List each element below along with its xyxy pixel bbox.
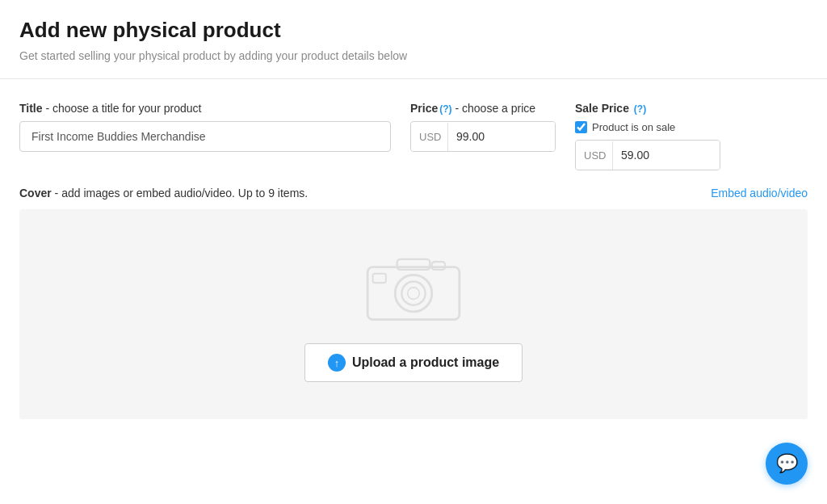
title-label-suffix: - choose a title for your product [43,102,202,115]
price-input[interactable] [448,122,555,151]
sale-price-help-icon[interactable]: (?) [634,103,646,115]
price-currency: USD [411,123,448,151]
camera-icon [361,246,466,327]
svg-point-4 [408,288,420,300]
sale-price-label-bold: Sale Price [575,102,629,115]
title-label: Title - choose a title for your product [19,102,391,115]
price-field-group: Price(?) - choose a price USD [410,102,556,152]
price-label: Price(?) - choose a price [410,102,556,115]
sale-price-field-group: Sale Price (?) Product is on sale USD [575,102,720,170]
page-title: Add new physical product [19,18,808,43]
svg-rect-6 [432,262,445,270]
form-section: Title - choose a title for your product … [0,79,827,187]
price-label-bold: Price [410,102,438,115]
sale-price-currency: USD [576,141,613,170]
chat-button[interactable]: 💬 [766,443,808,485]
title-input[interactable] [19,121,391,152]
sale-price-input-wrapper: USD [575,140,720,170]
sale-price-checkbox-row: Product is on sale [575,121,720,133]
price-label-suffix: - choose a price [452,102,536,115]
price-input-wrapper: USD [410,121,556,152]
upload-product-image-button[interactable]: ↑ Upload a product image [304,343,523,382]
upload-icon: ↑ [328,354,346,372]
cover-label: Cover - add images or embed audio/video.… [19,187,308,200]
chat-icon: 💬 [776,453,798,474]
svg-rect-5 [373,274,386,283]
sale-price-checkbox-label: Product is on sale [592,121,675,133]
svg-point-2 [395,275,432,312]
cover-label-row: Cover - add images or embed audio/video.… [19,187,808,200]
cover-section: Cover - add images or embed audio/video.… [0,187,827,419]
page-subtitle: Get started selling your physical produc… [19,49,808,62]
cover-upload-area[interactable]: ↑ Upload a product image [19,209,808,419]
embed-audio-video-link[interactable]: Embed audio/video [711,187,808,200]
sale-price-input[interactable] [613,141,720,170]
header-section: Add new physical product Get started sel… [0,0,827,79]
svg-point-3 [401,282,425,305]
cover-label-suffix: - add images or embed audio/video. Up to… [52,187,309,200]
sale-price-checkbox[interactable] [575,121,587,133]
price-help-icon[interactable]: (?) [439,103,451,115]
fields-row: Title - choose a title for your product … [19,102,808,170]
title-field-group: Title - choose a title for your product [19,102,391,152]
title-label-bold: Title [19,102,43,115]
upload-button-label: Upload a product image [352,355,499,370]
cover-label-bold: Cover [19,187,52,200]
sale-price-label: Sale Price (?) [575,102,720,115]
